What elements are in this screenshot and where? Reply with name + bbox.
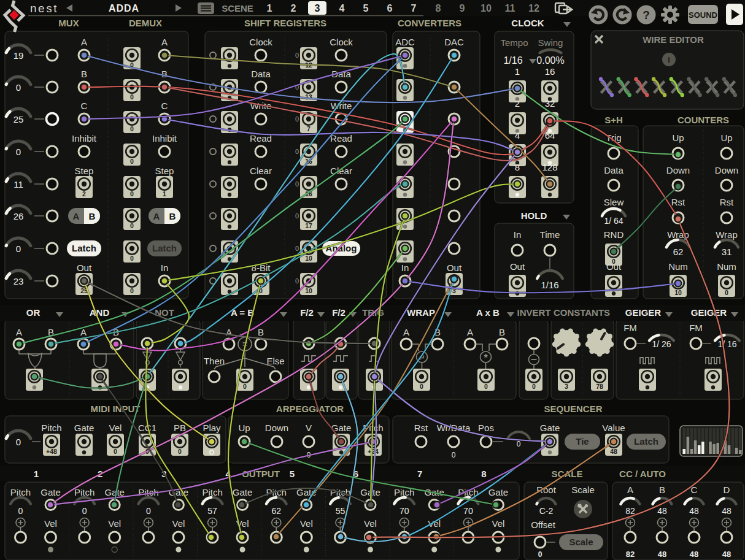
svg-text:2: 2 [515,98,520,109]
svg-text:0: 0 [130,190,134,198]
svg-text:10: 10 [481,3,492,13]
svg-text:WRAP: WRAP [407,307,435,318]
svg-text:INVERT: INVERT [517,307,550,318]
svg-text:Pos: Pos [478,423,494,433]
svg-text:Tempo: Tempo [500,37,528,48]
svg-text:In: In [161,263,169,273]
svg-text:78: 78 [596,383,603,390]
svg-text:Wrap: Wrap [716,229,738,240]
svg-text:SOUND: SOUND [689,10,717,20]
svg-text:Vel: Vel [492,518,504,529]
svg-text:Vel: Vel [109,423,122,433]
svg-text:FM: FM [623,323,637,333]
svg-text:WIRE EDITOR: WIRE EDITOR [643,34,704,45]
svg-text:ADDA: ADDA [109,3,139,13]
svg-text:7: 7 [411,3,417,13]
svg-text:S+H: S+H [604,115,623,125]
svg-text:DAC: DAC [444,37,464,47]
svg-text:B: B [499,327,505,337]
svg-text:A: A [403,327,409,337]
svg-text:Data: Data [251,69,271,79]
svg-text:Num: Num [668,261,688,272]
svg-text:Play: Play [203,423,221,433]
svg-text:23: 23 [14,276,24,286]
svg-text:3: 3 [565,383,568,390]
svg-text:9: 9 [460,3,465,13]
svg-text:17: 17 [305,222,312,229]
svg-text:0: 0 [295,212,299,220]
svg-text:48: 48 [722,550,731,559]
svg-text:5: 5 [290,469,295,479]
svg-text:Tie: Tie [576,436,589,447]
svg-text:GEIGER: GEIGER [691,307,727,318]
svg-text:FM: FM [689,323,703,333]
svg-text:Pitch: Pitch [41,423,61,433]
svg-text:Vel: Vel [108,518,121,529]
svg-text:0: 0 [295,52,299,59]
svg-text:OR: OR [26,307,41,318]
svg-text:Scale: Scale [571,485,595,495]
svg-text:0: 0 [16,82,21,93]
svg-text:Clock: Clock [249,37,272,47]
svg-text:C: C [161,101,168,111]
svg-text:*: * [484,353,488,363]
svg-text:Out: Out [77,263,92,273]
svg-text:0: 0 [295,148,299,155]
svg-text:+48: +48 [46,448,57,455]
svg-text:8: 8 [515,162,520,172]
svg-text:Num: Num [717,261,736,272]
svg-text:0: 0 [18,506,23,516]
svg-text:In: In [401,263,409,273]
svg-text:Gate: Gate [488,487,509,497]
svg-text:1/16: 1/16 [503,55,522,66]
svg-text:48: 48 [690,550,698,559]
svg-text:4: 4 [339,3,345,13]
svg-text:Latch: Latch [72,243,96,253]
svg-text:0: 0 [16,147,21,157]
svg-text:0.00%: 0.00% [536,55,564,66]
svg-text:OUTPUT: OUTPUT [242,469,280,479]
svg-text:Gate: Gate [41,487,61,497]
svg-text:Else: Else [266,356,284,366]
svg-text:CLOCK: CLOCK [511,18,544,28]
svg-text:0: 0 [295,245,299,252]
svg-text:2: 2 [82,190,86,198]
svg-text:1/16: 1/16 [541,280,558,290]
svg-text:AND: AND [90,307,110,318]
svg-text:Offset: Offset [531,520,556,530]
svg-text:Up: Up [238,423,250,433]
svg-text:2: 2 [291,3,296,13]
svg-text:Latch: Latch [152,243,177,253]
svg-text:Time: Time [540,229,560,240]
svg-text:1: 1 [34,469,39,479]
svg-text:A: A [81,37,87,47]
svg-text:82: 82 [626,550,635,559]
svg-text:0: 0 [178,448,182,455]
svg-text:25: 25 [14,114,24,125]
svg-text:3: 3 [315,3,320,13]
svg-text:Vel: Vel [300,518,313,529]
svg-text:19: 19 [14,50,24,61]
svg-text:PB: PB [174,423,186,433]
svg-text:0: 0 [725,289,728,296]
svg-text:Rst: Rst [720,197,734,207]
svg-text:SCENE: SCENE [222,3,253,13]
svg-text:Step: Step [75,166,94,176]
svg-text:0: 0 [130,222,134,229]
svg-text:GEIGER: GEIGER [625,307,662,318]
svg-text:0: 0 [16,437,21,447]
svg-text:Rst: Rst [671,197,685,207]
svg-text:1/ 64: 1/ 64 [604,216,623,226]
svg-text:1: 1 [515,66,520,77]
svg-text:Inhibit: Inhibit [152,133,177,144]
svg-text:Step: Step [155,166,174,176]
svg-text:i: i [668,55,670,64]
svg-text:B: B [169,211,176,221]
svg-text:48: 48 [689,506,699,516]
svg-text:10: 10 [305,255,312,262]
svg-text:Swing: Swing [538,37,563,48]
svg-text:V: V [306,423,312,433]
svg-text:0: 0 [295,277,299,285]
svg-text:Pitch: Pitch [74,487,95,497]
svg-text:128: 128 [542,162,557,172]
